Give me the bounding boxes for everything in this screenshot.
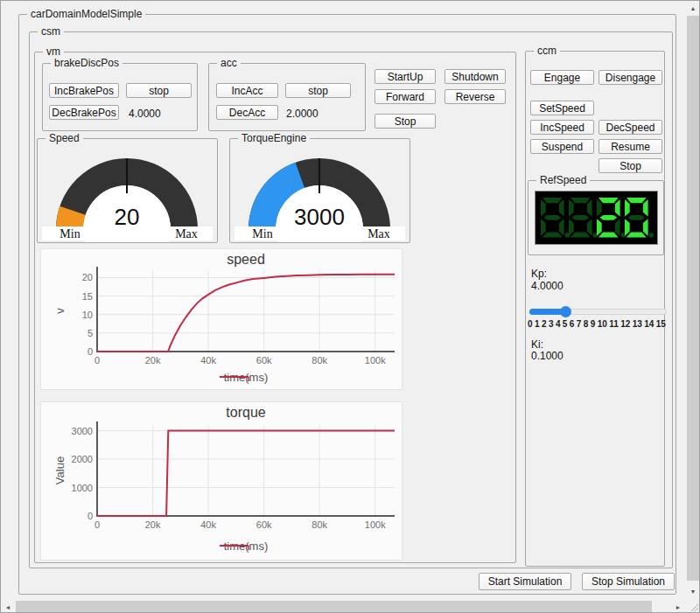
- slider-tick-11: 11: [609, 319, 619, 329]
- application-window: carDomainModelSimple csm vm brakeDiscPos…: [0, 0, 700, 613]
- svg-text:3000: 3000: [294, 204, 345, 230]
- slider-tick-0: 0: [528, 319, 533, 329]
- resume-button[interactable]: Resume: [598, 139, 662, 154]
- horizontal-scrollbar[interactable]: ◄ ►: [1, 600, 686, 613]
- refspeed-group: RefSpeed: [528, 180, 664, 255]
- svg-text:60k: 60k: [256, 519, 272, 530]
- group-label-refspeed: RefSpeed: [536, 174, 590, 187]
- svg-text:Min: Min: [252, 227, 272, 240]
- slider-tick-2: 2: [542, 319, 547, 329]
- scroll-left-button[interactable]: ◄: [1, 600, 15, 613]
- svg-text:20k: 20k: [145, 355, 161, 366]
- group-ccm: ccm Engage Disengage SetSpeed IncSpeed D…: [525, 51, 665, 567]
- resize-grip[interactable]: [686, 599, 700, 613]
- slider-tick-10: 10: [598, 319, 607, 329]
- suspend-button[interactable]: Suspend: [530, 139, 594, 154]
- kp-value: 4.0000: [531, 280, 564, 292]
- torque-engine-gauge: 3000MinMax: [230, 139, 410, 242]
- scroll-right-button[interactable]: ►: [671, 600, 685, 613]
- slider-tick-8: 8: [584, 319, 589, 329]
- svg-text:20: 20: [115, 204, 140, 230]
- brake-stop-button[interactable]: stop: [126, 83, 192, 98]
- svg-text:speed: speed: [227, 252, 265, 267]
- svg-text:100k: 100k: [365, 519, 386, 530]
- kp-label: Kp:: [531, 268, 547, 280]
- svg-text:torque: torque: [226, 405, 265, 420]
- slider-tick-5: 5: [563, 319, 568, 329]
- kp-slider-handle[interactable]: [560, 306, 571, 317]
- svg-text:0: 0: [88, 346, 93, 357]
- slider-tick-1: 1: [535, 319, 540, 329]
- speed-gauge: 20MinMax: [38, 139, 217, 242]
- horizontal-scrollbar-thumb[interactable]: [16, 601, 652, 613]
- svg-text:1000: 1000: [72, 483, 93, 493]
- svg-text:0: 0: [94, 519, 100, 530]
- scroll-down-button[interactable]: ▼: [686, 584, 700, 598]
- slider-tick-14: 14: [644, 319, 654, 329]
- ccm-stop-button[interactable]: Stop: [598, 158, 662, 173]
- group-label-car-domain: carDomainModelSimple: [27, 8, 145, 21]
- dec-brake-pos-button[interactable]: DecBrakePos: [49, 105, 119, 120]
- speed-gauge-group: Speed 20MinMax: [37, 138, 218, 243]
- svg-text:5: 5: [88, 328, 93, 338]
- svg-text:40k: 40k: [200, 519, 216, 530]
- slider-tick-7: 7: [577, 319, 582, 329]
- group-vm: vm brakeDiscPos IncBrakePos stop DecBrak…: [34, 52, 516, 563]
- acc-value: 2.0000: [286, 108, 318, 120]
- svg-text:20: 20: [82, 272, 93, 282]
- torque-chart: 020k40k60k80k100k0100020003000torqueValu…: [41, 402, 402, 560]
- svg-text:0: 0: [94, 355, 100, 366]
- svg-text:40k: 40k: [200, 355, 216, 366]
- svg-text:Min: Min: [60, 227, 80, 240]
- ki-label: Ki:: [531, 338, 543, 351]
- startup-button[interactable]: StartUp: [374, 69, 436, 84]
- slider-tick-9: 9: [591, 319, 596, 329]
- acc-stop-button[interactable]: stop: [285, 83, 351, 98]
- group-brake-disc-pos: brakeDiscPos IncBrakePos stop DecBrakePo…: [42, 63, 198, 131]
- dec-speed-button[interactable]: DecSpeed: [598, 120, 662, 135]
- svg-text:80k: 80k: [312, 355, 327, 366]
- svg-text:Value: Value: [53, 456, 66, 484]
- group-label-csm: csm: [38, 25, 64, 38]
- stop-simulation-button[interactable]: Stop Simulation: [582, 573, 675, 590]
- brake-pos-value: 4.0000: [129, 108, 161, 120]
- slider-tick-4: 4: [556, 319, 561, 329]
- inc-speed-button[interactable]: IncSpeed: [530, 120, 594, 135]
- svg-text:Max: Max: [175, 227, 198, 240]
- group-label-brake-disc-pos: brakeDiscPos: [51, 57, 122, 70]
- refspeed-display: [535, 191, 658, 245]
- group-acc: acc IncAcc stop DecAcc 2.0000: [208, 63, 366, 131]
- svg-text:2000: 2000: [72, 454, 93, 464]
- forward-button[interactable]: Forward: [374, 89, 436, 104]
- slider-tick-12: 12: [620, 319, 630, 329]
- svg-text:100k: 100k: [365, 355, 386, 366]
- disengage-button[interactable]: Disengage: [598, 70, 662, 85]
- start-simulation-button[interactable]: Start Simulation: [479, 573, 571, 590]
- shutdown-button[interactable]: Shutdown: [444, 69, 506, 84]
- slider-tick-labels: 0123456789101112131415: [528, 319, 666, 329]
- vm-stop-button[interactable]: Stop: [374, 114, 436, 129]
- set-speed-button[interactable]: SetSpeed: [530, 101, 594, 115]
- inc-brake-pos-button[interactable]: IncBrakePos: [49, 83, 119, 98]
- group-label-ccm: ccm: [534, 45, 560, 58]
- svg-text:Max: Max: [368, 227, 390, 240]
- svg-text:0: 0: [88, 511, 93, 521]
- scroll-up-button[interactable]: ▲: [686, 1, 700, 15]
- torque-gauge-group: TorqueEngine 3000MinMax: [229, 138, 410, 243]
- seven-segment-digits: [536, 192, 657, 244]
- reverse-button[interactable]: Reverse: [444, 89, 506, 104]
- inc-acc-button[interactable]: IncAcc: [216, 83, 278, 98]
- svg-text:3000: 3000: [72, 426, 93, 436]
- dec-acc-button[interactable]: DecAcc: [216, 105, 278, 120]
- svg-text:20k: 20k: [145, 519, 161, 530]
- group-csm: csm vm brakeDiscPos IncBrakePos stop Dec…: [29, 31, 673, 568]
- speed-chart-panel: 020k40k60k80k100k05101520speedvtime(ms): [40, 248, 402, 390]
- svg-text:v: v: [53, 308, 66, 314]
- ki-value: 0.1000: [531, 350, 564, 362]
- slider-tick-15: 15: [656, 319, 666, 329]
- vertical-scrollbar[interactable]: ▲ ▼: [686, 1, 700, 599]
- slider-tick-13: 13: [633, 319, 642, 329]
- torque-chart-panel: 020k40k60k80k100k0100020003000torqueValu…: [40, 401, 402, 561]
- vertical-scrollbar-thumb[interactable]: [687, 16, 699, 581]
- engage-button[interactable]: Engage: [530, 70, 594, 85]
